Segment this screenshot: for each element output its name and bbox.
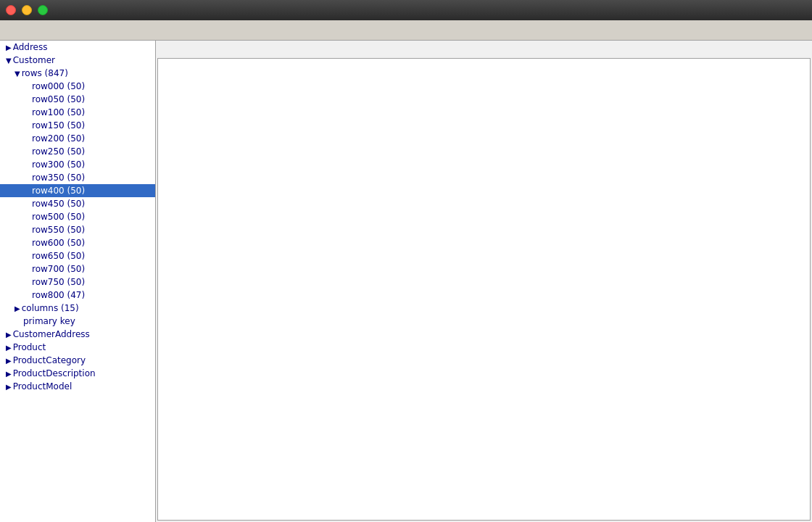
content-area (156, 41, 812, 522)
menu-bearbeiten[interactable] (17, 28, 32, 33)
tree-arrow: ▶ (6, 331, 12, 339)
sidebar-item-label: row800 (47) (32, 290, 85, 300)
sidebar-item-label: row200 (50) (32, 133, 85, 144)
sidebar-item-label: ProductDescription (13, 368, 96, 378)
sidebar-item-row800[interactable]: row800 (47) (0, 289, 155, 302)
sidebar-item-row400[interactable]: row400 (50) (0, 184, 155, 197)
sidebar-item-label: row150 (50) (32, 120, 85, 130)
sidebar-item-label: CustomerAddress (13, 329, 90, 339)
sidebar-item-label: Product (13, 342, 46, 352)
main-layout: ▶ Address▼ Customer▼ rows (847)row000 (5… (0, 41, 812, 522)
data-table-container[interactable] (157, 58, 811, 521)
sidebar-item-row250[interactable]: row250 (50) (0, 145, 155, 158)
sidebar-item-row300[interactable]: row300 (50) (0, 158, 155, 171)
sidebar-item-label: row250 (50) (32, 146, 85, 157)
menu-extras[interactable] (32, 28, 46, 33)
maximize-button[interactable] (38, 5, 48, 15)
sidebar: ▶ Address▼ Customer▼ rows (847)row000 (5… (0, 41, 156, 522)
tree-arrow: ▼ (6, 57, 12, 65)
sidebar-item-row350[interactable]: row350 (50) (0, 171, 155, 184)
tree-arrow: ▶ (6, 357, 12, 365)
sidebar-item-customer[interactable]: ▼ Customer (0, 54, 155, 67)
tree-arrow: ▶ (6, 344, 12, 352)
sidebar-item-label: Address (13, 42, 48, 52)
sidebar-item-productdescription[interactable]: ▶ ProductDescription (0, 367, 155, 380)
sidebar-item-label: primary key (23, 316, 75, 326)
sidebar-item-rows[interactable]: ▼ rows (847) (0, 67, 155, 80)
sidebar-item-row750[interactable]: row750 (50) (0, 276, 155, 289)
sidebar-item-row650[interactable]: row650 (50) (0, 249, 155, 262)
sidebar-item-productmodel[interactable]: ▶ ProductModel (0, 380, 155, 393)
sidebar-item-label: row300 (50) (32, 160, 85, 170)
sidebar-item-label: ProductCategory (13, 355, 86, 365)
sidebar-item-label: ProductModel (13, 381, 72, 392)
sidebar-item-label: Customer (13, 55, 55, 65)
sidebar-item-row600[interactable]: row600 (50) (0, 236, 155, 249)
sidebar-item-label: row700 (50) (32, 264, 85, 274)
tree-arrow: ▶ (6, 370, 12, 378)
tree-arrow: ▼ (14, 70, 20, 78)
sidebar-item-label: row550 (50) (32, 225, 85, 235)
tree-arrow: ▶ (6, 383, 12, 391)
sidebar-item-productcategory[interactable]: ▶ ProductCategory (0, 354, 155, 367)
menu-datei[interactable] (3, 28, 17, 33)
sidebar-item-columns[interactable]: ▶ columns (15) (0, 302, 155, 315)
menu-help[interactable] (46, 28, 61, 33)
sidebar-item-label: row350 (50) (32, 173, 85, 183)
sidebar-item-label: row000 (50) (32, 81, 85, 91)
sidebar-item-row100[interactable]: row100 (50) (0, 106, 155, 119)
sidebar-item-label: row500 (50) (32, 212, 85, 222)
sidebar-item-row000[interactable]: row000 (50) (0, 80, 155, 93)
sidebar-item-label: rows (847) (22, 68, 68, 78)
sidebar-item-label: row750 (50) (32, 277, 85, 287)
titlebar (0, 0, 812, 20)
sidebar-item-row450[interactable]: row450 (50) (0, 197, 155, 210)
sidebar-item-label: row450 (50) (32, 199, 85, 209)
sidebar-item-customeraddress[interactable]: ▶ CustomerAddress (0, 328, 155, 341)
sidebar-item-row050[interactable]: row050 (50) (0, 93, 155, 106)
sidebar-item-row700[interactable]: row700 (50) (0, 262, 155, 276)
sidebar-item-address[interactable]: ▶ Address (0, 41, 155, 54)
sidebar-item-row550[interactable]: row550 (50) (0, 223, 155, 236)
sidebar-item-label: row400 (50) (32, 186, 85, 196)
sidebar-item-label: row100 (50) (32, 107, 85, 117)
tree-arrow: ▶ (14, 304, 20, 312)
tree-arrow: ▶ (6, 44, 12, 51)
sidebar-item-label: row600 (50) (32, 238, 85, 248)
sidebar-item-row200[interactable]: row200 (50) (0, 132, 155, 145)
menubar (0, 20, 812, 41)
close-button[interactable] (6, 5, 16, 15)
sidebar-item-primarykey[interactable]: primary key (0, 315, 155, 328)
sidebar-item-row150[interactable]: row150 (50) (0, 119, 155, 132)
sidebar-item-label: columns (15) (22, 303, 79, 313)
minimize-button[interactable] (22, 5, 32, 15)
sidebar-item-label: row650 (50) (32, 251, 85, 261)
table-info (156, 41, 812, 58)
sidebar-item-label: row050 (50) (32, 94, 85, 104)
sidebar-item-product[interactable]: ▶ Product (0, 341, 155, 354)
sidebar-item-row500[interactable]: row500 (50) (0, 210, 155, 223)
